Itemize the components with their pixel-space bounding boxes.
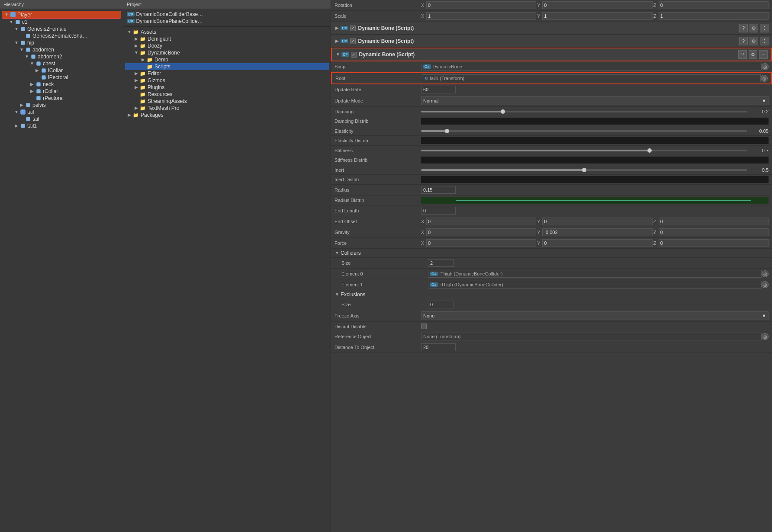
distant-disable-checkbox[interactable] <box>421 324 427 329</box>
inert-track <box>421 169 747 171</box>
elasticity-thumb[interactable] <box>445 129 449 133</box>
gravity-x-input[interactable] <box>426 228 536 236</box>
project-item-doozy[interactable]: 📁 Doozy <box>125 42 329 49</box>
end-length-input[interactable] <box>421 207 456 215</box>
elasticity-slider[interactable]: 0.05 <box>421 128 769 134</box>
hierarchy-item-chest[interactable]: chest <box>2 60 121 67</box>
force-z-input[interactable] <box>659 239 769 247</box>
rotation-z-field: Z <box>653 1 769 9</box>
project-item-demo[interactable]: 📁 Demo <box>125 56 329 63</box>
settings-btn-2[interactable]: ⚙ <box>749 37 758 45</box>
element1-row: Element 1 C# rThigh (DynamicBoneCollider… <box>331 279 772 290</box>
dynamic-bone-header-1[interactable]: C# Dynamic Bone (Script) ? ⚙ ⋮ <box>331 22 772 35</box>
colliders-section[interactable]: Colliders <box>331 249 772 258</box>
hierarchy-item-lcollar[interactable]: lCollar <box>2 67 121 74</box>
project-item-assets[interactable]: 📁 Assets <box>125 29 329 35</box>
end-offset-z-input[interactable] <box>659 218 769 225</box>
hierarchy-item-tail-child[interactable]: tail <box>2 115 121 122</box>
reference-object-picker-btn[interactable]: ◎ <box>762 333 769 340</box>
hierarchy-item-c1[interactable]: c1 <box>2 19 121 26</box>
component-title-1: Dynamic Bone (Script) <box>358 25 414 31</box>
rotation-z-input[interactable] <box>659 1 769 9</box>
stiffness-slider[interactable]: 0.7 <box>421 148 769 153</box>
help-btn-1[interactable]: ? <box>739 24 748 32</box>
radius-input[interactable] <box>421 186 456 194</box>
radius-distrib-line <box>456 200 751 201</box>
root-picker-btn[interactable]: ◎ <box>761 75 768 82</box>
scale-y-input[interactable] <box>542 12 652 20</box>
damping-slider[interactable]: 0.2 <box>421 109 769 114</box>
force-x-input[interactable] <box>426 239 536 247</box>
hierarchy-item-rpectoral[interactable]: rPectoral <box>2 95 121 102</box>
update-mode-dropdown[interactable]: Normal ▼ <box>421 96 769 105</box>
project-item-gizmos[interactable]: 📁 Gizmos <box>125 77 329 84</box>
arrow-component-3 <box>335 52 341 57</box>
project-item-dynamicbone[interactable]: 📁 DynamicBone <box>125 49 329 56</box>
stiffness-thumb[interactable] <box>647 148 652 153</box>
checkbox-component-1[interactable] <box>350 26 356 31</box>
project-file-dynamicbonecolliderbase[interactable]: C# DynamicBoneColliderBase… <box>127 11 327 18</box>
exclusions-section[interactable]: Exclusions <box>331 290 772 299</box>
project-item-resources[interactable]: 📁 Resources <box>125 91 329 98</box>
settings-btn-3[interactable]: ⚙ <box>749 50 757 59</box>
scale-z-input[interactable] <box>659 12 769 20</box>
hierarchy-item-abdomen2[interactable]: abdomen2 <box>2 53 121 60</box>
update-rate-input[interactable] <box>421 86 456 93</box>
project-item-textmeshpro[interactable]: 📁 TextMesh Pro <box>125 105 329 112</box>
project-label-dynamicbone: DynamicBone <box>148 50 180 56</box>
more-btn-2[interactable]: ⋮ <box>760 37 769 45</box>
hierarchy-item-lpectoral[interactable]: lPectoral <box>2 74 121 81</box>
damping-thumb[interactable] <box>501 109 505 114</box>
project-file-dynamicboneplanecollide[interactable]: C# DynamicBonePlaneCollide… <box>127 18 327 25</box>
hierarchy-item-tail[interactable]: tail <box>2 109 121 115</box>
hierarchy-label-tail-child: tail <box>32 116 39 122</box>
project-item-streamingassets[interactable]: 📁 StreamingAssets <box>125 98 329 105</box>
element0-picker-btn[interactable]: ◎ <box>762 270 769 277</box>
more-btn-1[interactable]: ⋮ <box>760 24 769 32</box>
end-offset-x-input[interactable] <box>426 218 536 225</box>
gravity-y-input[interactable] <box>542 228 652 236</box>
checkbox-component-3[interactable] <box>351 52 357 58</box>
dynamic-bone-header-2[interactable]: C# Dynamic Bone (Script) ? ⚙ ⋮ <box>331 35 772 48</box>
hierarchy-item-tail1[interactable]: tail1 <box>2 122 121 129</box>
cube-icon-player <box>10 12 16 18</box>
freeze-axis-dropdown[interactable]: None ▼ <box>421 311 769 320</box>
project-label-demigiant: Demigiant <box>148 36 171 42</box>
dynamic-bone-header-3[interactable]: C# Dynamic Bone (Script) ? ⚙ ⋮ <box>331 48 772 61</box>
project-item-scripts[interactable]: 📁 Scripts <box>125 63 329 70</box>
project-item-plugins[interactable]: 📁 Plugins <box>125 84 329 91</box>
script-picker-btn[interactable]: ◎ <box>762 63 769 70</box>
inert-thumb[interactable] <box>582 168 586 172</box>
inert-slider[interactable]: 0.5 <box>421 167 769 173</box>
project-item-demigiant[interactable]: 📁 Demigiant <box>125 35 329 42</box>
hierarchy-label-lcollar: lCollar <box>48 67 63 74</box>
rotation-y-input[interactable] <box>542 1 652 9</box>
hierarchy-item-neck[interactable]: neck <box>2 81 121 88</box>
rotation-x-input[interactable] <box>426 1 536 9</box>
update-rate-row: Update Rate <box>331 84 772 95</box>
project-item-editor[interactable]: 📁 Editor <box>125 70 329 77</box>
cube-icon-c1 <box>15 19 21 25</box>
colliders-size-input[interactable] <box>428 259 454 267</box>
hierarchy-item-player[interactable]: Player <box>2 11 121 19</box>
help-btn-2[interactable]: ? <box>739 37 748 45</box>
checkbox-component-2[interactable] <box>350 38 356 44</box>
end-offset-y-input[interactable] <box>542 218 652 225</box>
project-item-packages[interactable]: 📁 Packages <box>125 112 329 119</box>
arrow-component-2 <box>335 38 340 44</box>
settings-btn-1[interactable]: ⚙ <box>749 24 758 32</box>
more-btn-3[interactable]: ⋮ <box>759 50 768 59</box>
gravity-z-input[interactable] <box>659 228 769 236</box>
distance-to-object-input[interactable] <box>421 343 456 351</box>
hierarchy-item-abdomen[interactable]: abdomen <box>2 46 121 53</box>
exclusions-size-input[interactable] <box>428 301 454 308</box>
force-y-input[interactable] <box>542 239 652 247</box>
hierarchy-item-genesis2femaleshap[interactable]: Genesis2Female.Sha… <box>2 32 121 39</box>
hierarchy-item-genesis2female[interactable]: Genesis2Female <box>2 26 121 32</box>
hierarchy-item-rcollar[interactable]: rCollar <box>2 88 121 95</box>
hierarchy-item-hip[interactable]: hip <box>2 39 121 46</box>
scale-x-input[interactable] <box>426 12 536 20</box>
help-btn-3[interactable]: ? <box>738 50 747 59</box>
element1-picker-btn[interactable]: ◎ <box>762 281 769 288</box>
hierarchy-item-pelvis[interactable]: pelvis <box>2 102 121 109</box>
